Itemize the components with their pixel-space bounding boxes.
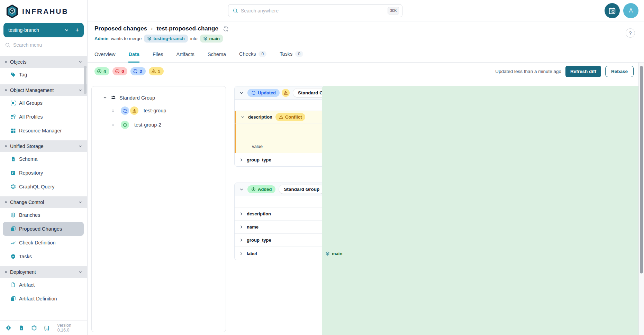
sidebar-scrollbar-thumb[interactable] bbox=[84, 66, 87, 94]
shortcut-kbd: ⌘K bbox=[388, 7, 399, 15]
sidebar-item-repository[interactable]: Repository bbox=[3, 166, 84, 180]
add-branch-button[interactable]: + bbox=[75, 27, 79, 34]
avatar-initial: A bbox=[629, 8, 633, 14]
sidebar-section-change-control[interactable]: Change Control bbox=[0, 196, 87, 208]
breadcrumb-current: test-proposed-change bbox=[156, 25, 218, 32]
main-area: ⌘K A Proposed changes › test-proposed-ch… bbox=[88, 0, 644, 335]
global-search[interactable]: ⌘K bbox=[228, 4, 402, 17]
page-scrollbar[interactable] bbox=[638, 63, 644, 335]
plus-circle-icon bbox=[97, 69, 102, 74]
sidebar-section-deployment[interactable]: Deployment bbox=[0, 266, 87, 278]
chevron-right-icon[interactable] bbox=[239, 212, 244, 216]
branches-icon bbox=[10, 212, 16, 218]
menu-search[interactable] bbox=[0, 37, 87, 48]
git-icon[interactable] bbox=[6, 325, 11, 331]
sidebar-item-tasks[interactable]: Tasks bbox=[3, 250, 84, 263]
sidebar-item-branches[interactable]: Branches bbox=[3, 208, 84, 222]
tree-node-test-group[interactable]: test-group bbox=[92, 106, 226, 115]
source-branch-badge[interactable]: testing-branch bbox=[144, 35, 188, 43]
refresh-icon[interactable] bbox=[223, 26, 229, 32]
breadcrumb: Proposed changes › test-proposed-change bbox=[94, 25, 644, 32]
groups-icon bbox=[10, 100, 16, 106]
chevron-right-icon[interactable] bbox=[239, 225, 244, 229]
warning-triangle-icon bbox=[283, 91, 288, 95]
conflict-warning-icon bbox=[282, 89, 290, 97]
avatar[interactable]: A bbox=[623, 3, 638, 18]
infrahub-logo-icon bbox=[6, 4, 19, 19]
chevron-down-icon bbox=[239, 187, 244, 192]
api-braces-icon[interactable]: {..} bbox=[44, 325, 49, 331]
sidebar-item-all-profiles[interactable]: All Profiles bbox=[3, 110, 84, 124]
sidebar-item-proposed-changes[interactable]: Proposed Changes bbox=[3, 222, 84, 236]
added-status-badge: Added bbox=[247, 185, 275, 193]
diff-area: Updated Standard Group test-group main bbox=[234, 86, 631, 276]
warning-triangle-icon bbox=[279, 115, 283, 119]
version-label: version 0.16.0 bbox=[57, 323, 82, 333]
chevron-right-icon[interactable] bbox=[239, 158, 244, 162]
section-bullet bbox=[5, 201, 7, 203]
graphql-icon[interactable] bbox=[31, 325, 37, 331]
section-bullet bbox=[5, 89, 7, 91]
tab-files[interactable]: Files bbox=[153, 52, 163, 63]
branch-layers-icon bbox=[147, 36, 152, 41]
docs-icon[interactable] bbox=[18, 325, 24, 331]
tab-checks[interactable]: Checks 0 bbox=[239, 51, 266, 63]
brand-logo[interactable]: INFRAHUB bbox=[0, 0, 87, 21]
target-branch-badge[interactable]: main bbox=[200, 35, 223, 43]
chevron-down-icon[interactable] bbox=[241, 115, 245, 119]
tab-schema[interactable]: Schema bbox=[208, 52, 226, 63]
chevron-right-icon[interactable] bbox=[239, 238, 244, 242]
chevron-down-icon bbox=[78, 200, 82, 204]
chevron-down-icon bbox=[78, 144, 82, 148]
global-search-input[interactable] bbox=[241, 8, 385, 13]
tab-tasks[interactable]: Tasks 0 bbox=[280, 51, 303, 63]
sidebar-section-object-management[interactable]: Object Management bbox=[0, 84, 87, 96]
branch-selector-value: testing-branch bbox=[8, 27, 64, 33]
sidebar-item-schema[interactable]: Schema bbox=[3, 152, 84, 166]
conflict-count-badge: 1 bbox=[149, 67, 164, 75]
branch-selector[interactable]: testing-branch + bbox=[3, 23, 84, 37]
tab-artifacts[interactable]: Artifacts bbox=[176, 52, 194, 63]
updated-status-badge: Updated bbox=[247, 89, 280, 97]
calendar-clock-icon bbox=[608, 7, 616, 15]
topbar: ⌘K A bbox=[88, 0, 644, 21]
diff-toolbar: 4 0 2 1 Updated less than a minute ago R… bbox=[88, 63, 644, 80]
chevron-down-icon bbox=[239, 91, 244, 95]
tree-node-standard-group[interactable]: Standard Group bbox=[92, 86, 226, 101]
help-button[interactable]: ? bbox=[626, 28, 635, 38]
sidebar-item-all-groups[interactable]: All Groups bbox=[3, 96, 84, 110]
refresh-icon bbox=[251, 91, 256, 95]
tree-node-test-group-2[interactable]: test-group-2 bbox=[92, 121, 226, 129]
sidebar-item-graphql-query[interactable]: GraphQL Query bbox=[3, 180, 84, 194]
section-label: Unified Storage bbox=[10, 143, 44, 149]
sidebar-item-check-definition[interactable]: Check Definition bbox=[3, 236, 84, 250]
tab-data[interactable]: Data bbox=[128, 52, 139, 63]
refresh-diff-button[interactable]: Refresh diff bbox=[565, 66, 601, 77]
schedule-button[interactable] bbox=[605, 3, 620, 18]
files-icon bbox=[10, 296, 16, 301]
rebase-button[interactable]: Rebase bbox=[605, 66, 634, 77]
sidebar-item-artifact-definition[interactable]: Artifact Definition bbox=[3, 292, 84, 306]
group-people-icon bbox=[110, 95, 116, 101]
object-tree-panel: Standard Group test-group bbox=[91, 86, 226, 332]
grid-icon bbox=[10, 128, 16, 133]
brand-name: INFRAHUB bbox=[22, 7, 69, 16]
sidebar-section-objects[interactable]: Objects bbox=[0, 56, 87, 68]
sidebar-section-unified-storage[interactable]: Unified Storage bbox=[0, 140, 87, 152]
chevron-down-icon bbox=[78, 60, 82, 64]
resolve-main-badge[interactable]: main bbox=[322, 86, 631, 167]
chevron-right-icon[interactable] bbox=[239, 251, 244, 256]
sidebar-item-resource-manager[interactable]: Resource Manager bbox=[3, 124, 84, 138]
sidebar-item-tag[interactable]: Tag bbox=[3, 68, 84, 82]
search-icon bbox=[5, 42, 10, 48]
page-scrollbar-thumb[interactable] bbox=[640, 66, 643, 273]
sidebar-item-artifact[interactable]: Artifact bbox=[3, 278, 84, 292]
proposed-changes-icon bbox=[10, 226, 16, 232]
breadcrumb-parent[interactable]: Proposed changes bbox=[94, 25, 147, 32]
chevron-down-icon bbox=[103, 95, 107, 100]
tab-overview[interactable]: Overview bbox=[94, 52, 115, 63]
section-bullet bbox=[5, 271, 7, 273]
sidebar: INFRAHUB testing-branch + Objects Tag bbox=[0, 0, 88, 335]
merge-author: Admin bbox=[94, 36, 108, 41]
menu-search-input[interactable] bbox=[13, 42, 72, 48]
